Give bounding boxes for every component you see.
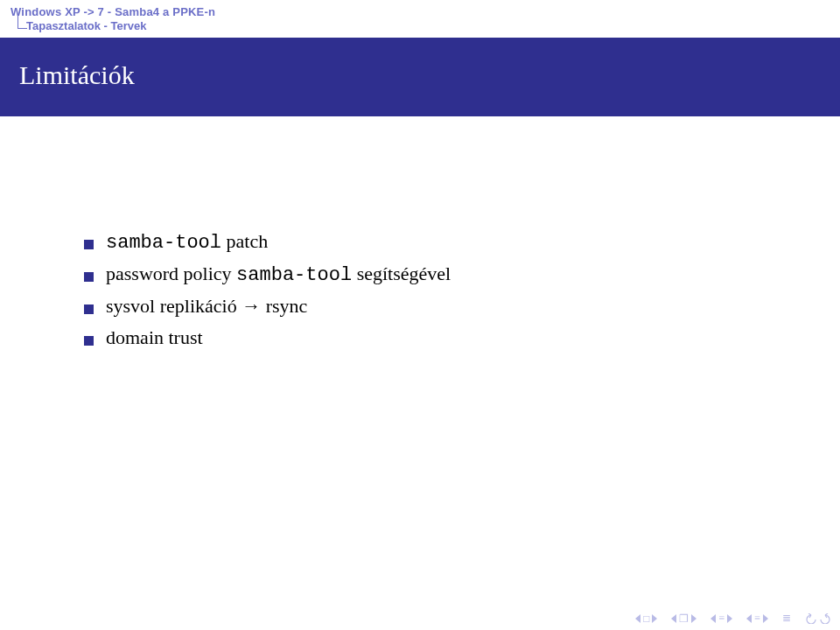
slide-title: Limitációk xyxy=(19,60,821,90)
triangle-right-icon xyxy=(652,614,657,623)
goto-icon[interactable]: ≣ xyxy=(782,612,791,625)
nav-section-group[interactable]: ≡ xyxy=(710,612,732,625)
elbow-icon xyxy=(18,16,27,29)
back-loop-icon xyxy=(805,613,817,624)
breadcrumb-line2: Tapasztalatok - Tervek xyxy=(10,19,830,33)
triangle-left-icon xyxy=(635,614,640,623)
forward-loop-icon xyxy=(819,613,831,624)
frame-icon: □ xyxy=(643,613,649,624)
triangle-right-icon xyxy=(727,614,732,623)
title-bar: Limitációk xyxy=(0,38,840,116)
slide: Windows XP -> 7 - Samba4 a PPKE-n Tapasz… xyxy=(0,0,840,630)
bullet-icon xyxy=(84,336,94,346)
nav-loop-group[interactable] xyxy=(805,613,831,624)
item-text: domain trust xyxy=(106,326,203,349)
bullet-icon xyxy=(84,304,94,314)
breadcrumb-line1: Windows XP -> 7 - Samba4 a PPKE-n xyxy=(10,5,830,19)
bullet-icon xyxy=(84,272,94,282)
nav-subsection-group[interactable]: ≡ xyxy=(746,612,768,625)
triangle-left-icon xyxy=(671,614,676,623)
item-plain: password policy xyxy=(106,262,236,284)
list-item: sysvol replikáció → rsync xyxy=(84,295,774,318)
item-mono: samba-tool xyxy=(106,232,221,254)
slide-body: samba-tool patch password policy samba-t… xyxy=(0,116,840,349)
beamer-nav: □ ❐ ≡ ≡ ≣ xyxy=(635,612,831,625)
item-text: password policy samba-tool segítségével xyxy=(106,262,451,286)
bullet-icon xyxy=(84,240,94,249)
document-icon: ❐ xyxy=(679,613,689,624)
nav-doc-group[interactable]: ❐ xyxy=(671,613,696,624)
item-rest: segítségével xyxy=(352,262,451,284)
triangle-right-icon xyxy=(691,614,696,623)
list-item: domain trust xyxy=(84,326,774,349)
item-text: samba-tool patch xyxy=(106,230,268,254)
item-mono: samba-tool xyxy=(236,264,352,286)
item-rest: patch xyxy=(221,230,268,252)
subsection-icon: ≡ xyxy=(754,612,760,625)
breadcrumb: Windows XP -> 7 - Samba4 a PPKE-n Tapasz… xyxy=(0,0,840,38)
nav-frame-group[interactable]: □ xyxy=(635,613,657,624)
breadcrumb-line2-text: Tapasztalatok - Tervek xyxy=(26,19,147,32)
item-text: sysvol replikáció → rsync xyxy=(106,295,307,318)
triangle-left-icon xyxy=(710,614,716,623)
list-item: password policy samba-tool segítségével xyxy=(84,262,774,286)
triangle-right-icon xyxy=(763,614,768,623)
triangle-left-icon xyxy=(746,614,752,623)
section-icon: ≡ xyxy=(718,612,724,625)
list-item: samba-tool patch xyxy=(84,230,774,254)
